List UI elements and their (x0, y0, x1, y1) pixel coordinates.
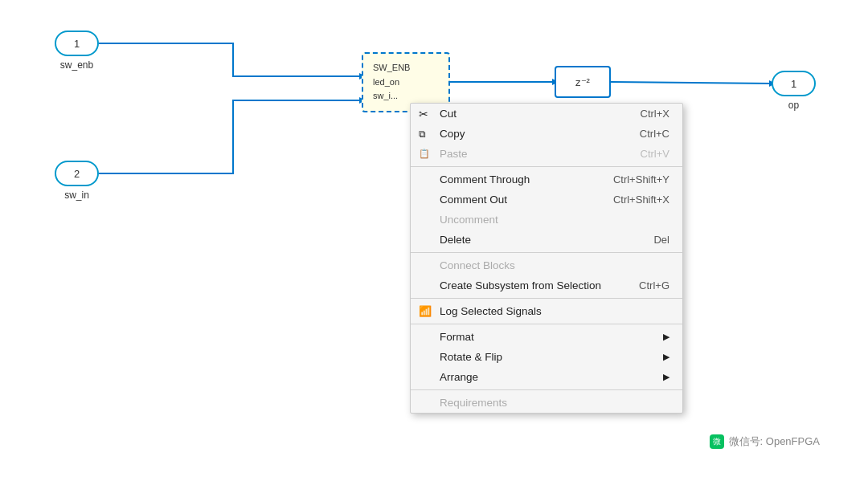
comment-through-shortcut: Ctrl+Shift+Y (581, 173, 669, 185)
menu-item-log-signals[interactable]: 📶 Log Selected Signals (411, 301, 682, 321)
menu-item-cut[interactable]: ✂ Cut Ctrl+X (411, 104, 682, 124)
menu-item-comment-out[interactable]: Comment Out Ctrl+Shift+X (411, 190, 682, 210)
canvas: 1 sw_enb 2 sw_in SW_ENB led_on sw_i... z… (0, 0, 868, 481)
output-sublabel: op (772, 100, 816, 111)
menu-item-comment-through[interactable]: Comment Through Ctrl+Shift+Y (411, 169, 682, 190)
watermark-text: 微信号: OpenFPGA (729, 434, 820, 449)
separator-5 (411, 389, 682, 390)
delay-block[interactable]: z⁻² (555, 66, 611, 98)
uncomment-label: Uncomment (440, 214, 498, 226)
copy-label: Copy (440, 128, 465, 140)
cut-label: Cut (440, 108, 457, 120)
menu-item-connect-blocks: Connect Blocks (411, 255, 682, 275)
log-signals-label: Log Selected Signals (440, 305, 542, 317)
delete-label: Delete (440, 234, 471, 246)
separator-2 (411, 252, 682, 253)
wifi-icon: 📶 (419, 305, 432, 317)
menu-item-rotate-flip[interactable]: Rotate & Flip ▶ (411, 347, 682, 367)
comment-out-shortcut: Ctrl+Shift+X (581, 194, 669, 206)
sw-enb-block[interactable]: 1 (55, 31, 99, 56)
menu-item-requirements: Requirements (411, 393, 682, 413)
copy-icon: ⧉ (419, 128, 426, 140)
menu-item-arrange[interactable]: Arrange ▶ (411, 367, 682, 387)
paste-icon: 📋 (419, 149, 430, 159)
sw-enb-sublabel: sw_enb (55, 59, 99, 71)
menu-item-create-subsystem[interactable]: Create Subsystem from Selection Ctrl+G (411, 275, 682, 296)
menu-item-paste: 📋 Paste Ctrl+V (411, 144, 682, 164)
copy-shortcut: Ctrl+C (608, 128, 669, 140)
comment-out-label: Comment Out (440, 194, 507, 206)
separator-1 (411, 166, 682, 167)
separator-3 (411, 298, 682, 299)
cut-shortcut: Ctrl+X (608, 108, 669, 120)
rotate-flip-label: Rotate & Flip (440, 351, 502, 363)
connect-blocks-label: Connect Blocks (440, 259, 515, 271)
sw-in-block[interactable]: 2 (55, 161, 99, 186)
output-label: 1 (791, 78, 796, 90)
sw-enb-label: 1 (74, 38, 80, 50)
create-subsystem-shortcut: Ctrl+G (607, 279, 669, 291)
menu-item-delete[interactable]: Delete Del (411, 230, 682, 250)
watermark: 微 微信号: OpenFPGA (710, 434, 820, 449)
paste-label: Paste (440, 148, 468, 160)
paste-shortcut: Ctrl+V (608, 148, 669, 160)
menu-item-format[interactable]: Format ▶ (411, 327, 682, 347)
delete-shortcut: Del (621, 234, 669, 246)
format-arrow: ▶ (655, 332, 669, 342)
output-block[interactable]: 1 (772, 71, 816, 96)
create-subsystem-label: Create Subsystem from Selection (440, 279, 601, 291)
wechat-icon: 微 (710, 434, 724, 449)
cut-icon: ✂ (419, 108, 428, 120)
delay-label: z⁻² (575, 76, 590, 88)
sw-in-label: 2 (74, 168, 80, 180)
subsystem-port1: SW_ENB (373, 61, 439, 75)
subsystem-port3: sw_i... (373, 89, 439, 104)
context-menu: ✂ Cut Ctrl+X ⧉ Copy Ctrl+C 📋 Paste Ctrl+… (410, 103, 683, 414)
menu-item-uncomment: Uncomment (411, 210, 682, 230)
arrange-label: Arrange (440, 371, 478, 383)
sw-in-sublabel: sw_in (55, 190, 99, 201)
rotate-flip-arrow: ▶ (655, 352, 669, 362)
separator-4 (411, 324, 682, 324)
comment-through-label: Comment Through (440, 173, 530, 185)
menu-item-copy[interactable]: ⧉ Copy Ctrl+C (411, 124, 682, 144)
format-label: Format (440, 331, 474, 343)
subsystem-port2: led_on (373, 75, 439, 90)
arrange-arrow: ▶ (655, 372, 669, 382)
requirements-label: Requirements (440, 397, 507, 409)
